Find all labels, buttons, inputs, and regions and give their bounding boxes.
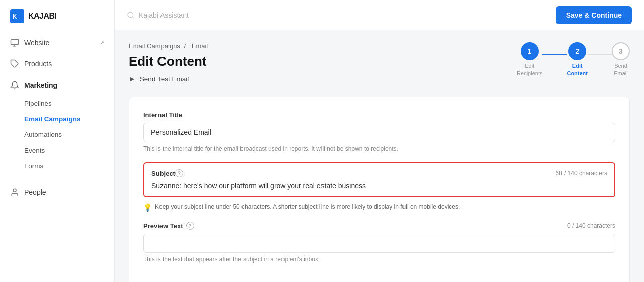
sidebar-item-pipelines[interactable]: Pipelines (0, 96, 114, 111)
page-header-left: Email Campaigns / Email Edit Content ► S… (129, 42, 210, 93)
subject-tip-text: Keep your subject line under 50 characte… (155, 203, 460, 210)
subject-input[interactable] (151, 182, 607, 190)
sidebar-item-email-campaigns[interactable]: Email Campaigns (0, 111, 114, 127)
main-area: Kajabi Assistant Save & Continue Email C… (115, 0, 644, 282)
sidebar-item-people[interactable]: People (0, 182, 114, 203)
content-area: Email Campaigns / Email Edit Content ► S… (115, 30, 644, 282)
sidebar-item-events[interactable]: Events (0, 143, 114, 158)
preview-text-group: Preview Text ? 0 / 140 characters This i… (143, 222, 615, 263)
breadcrumb-parent[interactable]: Email Campaigns (129, 42, 180, 50)
sidebar-item-marketing[interactable]: Marketing (0, 75, 114, 96)
internal-title-hint: This is the internal title for the email… (143, 145, 615, 152)
internal-title-input[interactable] (143, 123, 615, 142)
sidebar-nav: Website ↗ Products Marketing Pipelines E… (0, 32, 114, 203)
step-3-circle: 3 (612, 42, 630, 60)
search-icon (127, 11, 135, 19)
subject-header: Subject ? 68 / 140 characters (151, 169, 607, 177)
svg-text:K: K (12, 13, 17, 20)
step-1-circle: 1 (521, 42, 539, 60)
step-2-circle: 2 (568, 42, 586, 60)
external-link-icon: ↗ (100, 40, 104, 46)
svg-line-8 (132, 17, 134, 18)
logo-text: KAJABI (28, 12, 57, 21)
step-connector-2-3 (588, 54, 612, 55)
sidebar-item-forms[interactable]: Forms (0, 158, 114, 174)
sidebar-item-products[interactable]: Products (0, 53, 114, 75)
search-wrapper[interactable]: Kajabi Assistant (127, 11, 550, 19)
send-test-icon: ► (129, 75, 136, 83)
preview-text-label: Preview Text ? 0 / 140 characters (143, 222, 615, 230)
step-3: 3 Send Email (612, 42, 630, 77)
page-title: Edit Content (129, 54, 210, 69)
step-2: 2 Edit Content (567, 42, 588, 77)
save-continue-button[interactable]: Save & Continue (556, 6, 632, 24)
sidebar-item-website[interactable]: Website ↗ (0, 32, 114, 53)
sidebar: K KAJABI Website ↗ Products Marketing (0, 0, 115, 282)
topbar: Kajabi Assistant Save & Continue (115, 0, 644, 30)
preview-text-hint: This is the text that appears after the … (143, 256, 615, 263)
subject-help-icon[interactable]: ? (175, 169, 183, 177)
bell-icon (10, 81, 19, 90)
sidebar-item-website-label: Website (24, 39, 49, 47)
step-1-label: Edit Recipients (517, 62, 542, 77)
internal-title-label: Internal Title (143, 111, 615, 119)
subject-group: Subject ? 68 / 140 characters (143, 162, 615, 197)
step-1: 1 Edit Recipients (517, 42, 542, 77)
page-header: Email Campaigns / Email Edit Content ► S… (129, 42, 630, 93)
sidebar-item-marketing-label: Marketing (24, 81, 57, 89)
svg-point-6 (13, 189, 16, 192)
tip-bulb-icon: 💡 (143, 203, 152, 212)
monitor-icon (10, 38, 19, 47)
send-test-row[interactable]: ► Send Test Email (129, 75, 210, 83)
subject-label: Subject (151, 170, 175, 177)
step-2-label: Edit Content (567, 62, 588, 77)
tag-icon (10, 59, 19, 68)
preview-text-help-icon[interactable]: ? (186, 222, 194, 230)
preview-text-input[interactable] (143, 234, 615, 253)
send-test-label: Send Test Email (140, 75, 189, 83)
sidebar-item-automations[interactable]: Automations (0, 127, 114, 143)
sidebar-item-products-label: Products (24, 60, 52, 68)
internal-title-group: Internal Title This is the internal titl… (143, 111, 615, 152)
sidebar-item-people-label: People (24, 188, 46, 196)
preview-text-char-count: 0 / 140 characters (567, 222, 615, 229)
steps-wrapper: 1 Edit Recipients 2 Edit Content 3 (517, 42, 630, 77)
breadcrumb-current: Email (192, 42, 208, 50)
person-icon (10, 188, 19, 197)
subject-char-count: 68 / 140 characters (555, 170, 607, 177)
search-placeholder: Kajabi Assistant (139, 11, 189, 19)
form-card: Internal Title This is the internal titl… (129, 97, 630, 282)
step-3-label: Send Email (614, 62, 628, 77)
breadcrumb-separator: / (184, 42, 186, 50)
logo: K KAJABI (0, 0, 114, 32)
step-connector-1-2 (542, 54, 567, 55)
subject-tip-row: 💡 Keep your subject line under 50 charac… (143, 203, 615, 212)
svg-rect-2 (11, 39, 19, 45)
svg-point-7 (128, 12, 133, 18)
marketing-sub-nav: Pipelines Email Campaigns Automations Ev… (0, 96, 114, 174)
breadcrumb: Email Campaigns / Email (129, 42, 210, 50)
